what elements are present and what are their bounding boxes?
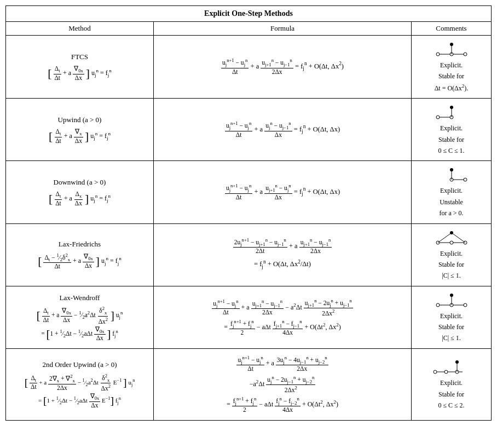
- svg-point-3: [464, 53, 467, 56]
- comments-cell: Explicit. Unstable for a > 0.: [412, 161, 491, 223]
- svg-point-24: [436, 303, 440, 307]
- svg-line-22: [452, 233, 465, 243]
- stencil-diagram: [435, 165, 468, 185]
- svg-point-18: [450, 241, 453, 244]
- table-title: Explicit One-Step Methods: [6, 6, 491, 22]
- svg-point-1: [436, 53, 440, 56]
- stencil-diagram: [435, 103, 468, 123]
- table-row: Lax-Friedrichs [ Δt − 1⁄2δ2x Δt + a ∇0xΔ…: [6, 224, 491, 286]
- table-row: FTCS [ ΔtΔt + a ∇0xΔx ] ujn = fjn ujn+1 …: [6, 36, 491, 99]
- method-cell: 2nd Order Upwind (a > 0) [ ΔtΔt + a 2∇x …: [6, 349, 154, 420]
- stencil-diagram: [435, 228, 468, 248]
- table-row: Upwind (a > 0) [ ΔtΔt + a ∇xΔx ] ujn = f…: [6, 99, 491, 161]
- svg-point-26: [464, 303, 467, 307]
- svg-point-30: [434, 370, 437, 374]
- svg-line-21: [438, 233, 452, 243]
- comments-cell: Explicit. Stable for 0 ≤ C ≤ 2.: [412, 349, 491, 420]
- header-comments: Comments: [412, 22, 491, 35]
- comments-cell: Explicit. Stable for 0 ≤ C ≤ 1.: [412, 99, 491, 160]
- svg-point-7: [436, 116, 440, 119]
- formula-cell: ujn+1 − ujnΔt + a uj+1n − uj−1n2Δx − a2Δ…: [154, 286, 412, 348]
- method-cell: Downwind (a > 0) [ ΔtΔt + a ΔxΔx ] ujn =…: [6, 161, 154, 223]
- table-row: Lax-Wendroff [ ΔtΔt + a ∇0xΔx − 1⁄2a2Δt …: [6, 286, 491, 349]
- formula-cell: ujn+1 − ujnΔt + a uj+1n − uj−1n2Δx = fjn…: [154, 36, 412, 98]
- stencil-diagram: [432, 358, 471, 377]
- comments-cell: Explicit. Stable for |C| ≤ 1.: [412, 286, 491, 348]
- formula-cell: 2ujn+1 − uj+1n − uj−1n2Δt + a uj+1n − uj…: [154, 224, 412, 286]
- method-cell: Lax-Wendroff [ ΔtΔt + a ∇0xΔx − 1⁄2a2Δt …: [6, 286, 154, 348]
- stencil-diagram: [435, 40, 468, 60]
- header-method: Method: [6, 22, 154, 35]
- method-cell: FTCS [ ΔtΔt + a ∇0xΔx ] ujn = fjn: [6, 36, 154, 98]
- formula-cell: ujn+1 − ujnΔt + a ujn − uj−1nΔx = fjn + …: [154, 99, 412, 160]
- method-cell: Upwind (a > 0) [ ΔtΔt + a ∇xΔx ] ujn = f…: [6, 99, 154, 160]
- table-header: Method Formula Comments: [6, 22, 491, 36]
- table-row: 2nd Order Upwind (a > 0) [ ΔtΔt + a 2∇x …: [6, 349, 491, 420]
- svg-point-13: [464, 178, 467, 181]
- comments-cell: Explicit. Stable for |C| ≤ 1.: [412, 224, 491, 286]
- comments-cell: Explicit. Stable for Δt = O(Δx2).: [412, 36, 491, 98]
- method-cell: Lax-Friedrichs [ Δt − 1⁄2δ2x Δt + a ∇0xΔ…: [6, 224, 154, 286]
- main-table: Explicit One-Step Methods Method Formula…: [5, 5, 492, 421]
- formula-cell: ujn+1 − ujnΔt + a 3ujn − 4uj−1n + uj−2n2…: [154, 349, 412, 420]
- formula-cell: ujn+1 − ujnΔt + a uj+1n − ujnΔx = fjn + …: [154, 161, 412, 223]
- stencil-diagram: [435, 291, 468, 311]
- header-formula: Formula: [154, 22, 412, 35]
- svg-point-31: [444, 370, 448, 374]
- table-row: Downwind (a > 0) [ ΔtΔt + a ΔxΔx ] ujn =…: [6, 161, 491, 223]
